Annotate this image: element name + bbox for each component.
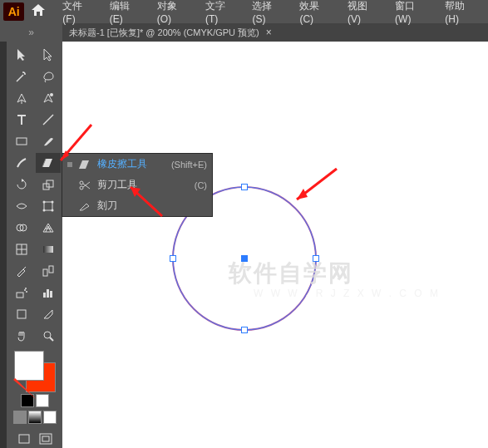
gradient-tool[interactable] [36, 239, 61, 259]
left-gutter [0, 42, 7, 448]
rectangle-tool[interactable] [9, 131, 34, 151]
svg-rect-24 [19, 435, 29, 443]
blend-tool[interactable] [36, 261, 61, 281]
scissors-icon [77, 180, 92, 191]
symbol-sprayer-tool[interactable] [9, 283, 34, 303]
svg-rect-21 [50, 291, 52, 298]
color-swatch[interactable] [14, 351, 56, 392]
hand-tool[interactable] [9, 326, 34, 346]
toolbar-overflow[interactable]: » [0, 23, 62, 42]
document-tab[interactable]: 未标题-1 [已恢复]* @ 200% (CMYK/GPU 预览) × [62, 23, 279, 42]
svg-rect-22 [17, 310, 26, 318]
svg-rect-19 [43, 293, 46, 298]
shape-builder-tool[interactable] [9, 218, 34, 238]
flyout-eraser-shortcut: (Shift+E) [171, 160, 207, 170]
curvature-tool[interactable] [36, 88, 61, 108]
magic-wand-tool[interactable] [9, 66, 34, 86]
color-mode-none[interactable] [43, 411, 57, 424]
color-mode-solid[interactable] [13, 411, 27, 424]
svg-rect-14 [49, 266, 53, 273]
svg-rect-26 [42, 436, 49, 441]
anchor-bottom[interactable] [241, 327, 248, 333]
menu-effect[interactable]: 效果(C) [293, 0, 339, 28]
svg-point-7 [42, 209, 45, 212]
svg-rect-12 [43, 246, 53, 253]
svg-point-30 [80, 186, 83, 190]
shaper-tool[interactable] [9, 153, 34, 173]
draw-mode-icon[interactable] [15, 431, 33, 447]
home-icon[interactable] [31, 3, 46, 20]
anchor-right[interactable] [313, 255, 319, 262]
annotation-arrow-2 [121, 179, 170, 229]
screen-mode-row [15, 431, 55, 447]
anchor-top[interactable] [241, 184, 248, 190]
lasso-tool[interactable] [36, 66, 61, 86]
app-logo: Ai [3, 2, 24, 21]
svg-rect-25 [40, 434, 52, 444]
svg-point-17 [26, 291, 27, 293]
slice-tool[interactable] [36, 304, 61, 324]
menu-window[interactable]: 窗口(W) [388, 0, 436, 28]
screen-mode-icon[interactable] [37, 431, 55, 447]
close-tab-icon[interactable]: × [266, 27, 272, 38]
watermark-subtext: W W W . R J Z X W . C O M [254, 288, 441, 299]
tool-grid [9, 45, 61, 346]
menu-bar: Ai 文件(F) 编辑(E) 对象(O) 文字(T) 选择(S) 效果(C) 视… [0, 0, 488, 23]
canvas[interactable]: 软件自学网 W W W . R J Z X W . C O M [62, 42, 488, 448]
svg-rect-15 [17, 293, 23, 298]
main-area: 软件自学网 W W W . R J Z X W . C O M [0, 42, 488, 448]
color-mode-gradient[interactable] [28, 411, 42, 424]
toolbox-panel [7, 42, 62, 448]
menu-view[interactable]: 视图(V) [341, 0, 387, 28]
pen-tool[interactable] [9, 88, 34, 108]
menu-help[interactable]: 帮助(H) [438, 0, 485, 28]
svg-point-0 [50, 93, 53, 96]
color-mode-row [13, 411, 57, 424]
svg-rect-1 [17, 138, 27, 145]
rotate-tool[interactable] [9, 175, 34, 194]
fill-color-swatch[interactable] [14, 351, 44, 381]
flyout-eraser-label: 橡皮擦工具 [97, 157, 166, 171]
annotation-arrow-1 [54, 121, 96, 170]
svg-point-8 [51, 209, 53, 212]
scale-tool[interactable] [36, 175, 61, 194]
direct-selection-tool[interactable] [36, 45, 61, 65]
svg-rect-20 [47, 289, 49, 298]
perspective-grid-tool[interactable] [36, 218, 61, 238]
svg-point-23 [44, 332, 51, 338]
svg-rect-4 [44, 202, 52, 210]
document-title: 未标题-1 [已恢复]* @ 200% (CMYK/GPU 预览) [69, 27, 259, 39]
selection-tool[interactable] [9, 45, 34, 65]
free-transform-tool[interactable] [36, 196, 61, 216]
svg-point-6 [51, 201, 53, 204]
artboard-tool[interactable] [9, 304, 34, 324]
annotation-arrow-3 [287, 162, 345, 212]
svg-point-18 [25, 288, 27, 289]
svg-point-5 [42, 201, 45, 204]
svg-point-16 [24, 289, 26, 291]
zoom-tool[interactable] [36, 326, 61, 346]
svg-point-29 [80, 181, 83, 185]
width-tool[interactable] [9, 196, 34, 216]
column-graph-tool[interactable] [36, 283, 61, 303]
eyedropper-tool[interactable] [9, 261, 34, 281]
anchor-left[interactable] [170, 255, 176, 262]
mesh-tool[interactable] [9, 239, 34, 259]
flyout-scissors-shortcut: (C) [195, 180, 207, 190]
anchor-center[interactable] [241, 255, 248, 262]
type-tool[interactable] [9, 110, 34, 130]
svg-rect-13 [43, 269, 47, 276]
knife-icon [77, 200, 92, 212]
